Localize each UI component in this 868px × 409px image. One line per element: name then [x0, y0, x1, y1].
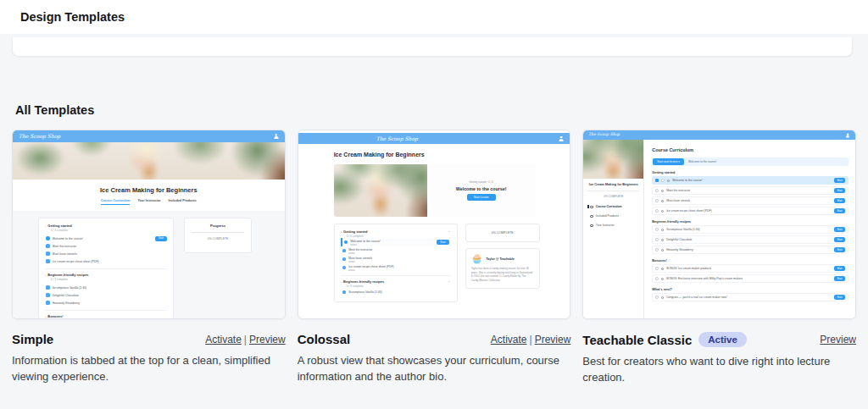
hero-cta-panel: Getting started • 1 / 4 Welcome to the c… [427, 164, 536, 217]
template-description: Information is tabbed at the top for a c… [12, 353, 286, 385]
start-button: Start [834, 208, 845, 213]
course-sidebar: Ice Cream Making for Beginners 0% COMPLE… [583, 140, 644, 318]
card-actions: Preview [820, 334, 856, 345]
section-header: Bonuses! 0 / 2 complete [45, 314, 167, 319]
mini-site-logo: The Scoop Shop [588, 133, 620, 137]
lesson-title: Scrumptious Vanilla (1:30) [666, 228, 700, 231]
checkbox-circle [655, 267, 659, 270]
lesson-duration [348, 252, 355, 254]
lesson-title: Must-have utensils [666, 199, 690, 202]
lock-icon [342, 266, 347, 270]
start-next-banner: Start next lecture ▾ Welcome to the cour… [652, 158, 849, 166]
checkbox-circle [655, 277, 659, 280]
mini-site-body: Ice Cream Making for Beginners 0% COMPLE… [583, 140, 855, 318]
lesson-row: Must-have utensils Start [652, 196, 849, 205]
lesson-row: Welcome to the course! Start [45, 235, 167, 242]
section-title: Getting started [45, 224, 167, 228]
lecture-type-icon [661, 268, 664, 270]
lesson-row: Scrumptious Vanilla (1:30) Start [652, 225, 849, 234]
checkbox-circle [655, 228, 659, 231]
author-header: 🧁 Taylor @ Teachable [471, 254, 534, 263]
user-icon [559, 136, 564, 141]
section-meta: 0 / 4 complete [51, 229, 167, 232]
preview-link[interactable]: Preview [249, 334, 286, 345]
lesson-row: Welcome to the course! Start [341, 238, 451, 246]
lock-icon [46, 293, 50, 297]
start-button: Start [834, 198, 845, 203]
lesson-row: Meet the instructor [45, 242, 167, 250]
curriculum-list: Getting started 0 / 4 complete ⌄ Welcome… [334, 224, 458, 302]
checkbox-circle [655, 189, 659, 192]
lesson-duration [350, 244, 357, 246]
mini-site-navbar: The Scoop Shop [583, 130, 855, 140]
template-name: Colossal [298, 332, 351, 346]
hero-photo-paint [13, 142, 285, 180]
course-thumb-image [583, 140, 643, 179]
start-button: Start [834, 266, 845, 271]
section-title: Getting started [341, 229, 368, 234]
lesson-title: Must-have utensils [348, 257, 372, 260]
page-header: Design Templates [0, 0, 868, 34]
section-meta: 0 / 3 complete [347, 285, 385, 288]
lecture-type-icon [661, 296, 664, 299]
divider [587, 191, 639, 191]
lesson-title: Delightful Chocolate [53, 294, 79, 297]
tab-your-instructor: Your Instructor [137, 199, 160, 205]
design-templates-page: Design Templates All Templates The Scoop… [0, 0, 868, 409]
lesson-title: Welcome to the course! [53, 237, 84, 240]
card-actions: Activate|Preview [205, 334, 286, 345]
mini-site-body: Ice Cream Making for Beginners Getting s… [298, 144, 570, 302]
preview-link[interactable]: Preview [820, 334, 856, 345]
lock-icon [46, 259, 50, 263]
lesson-title: Meet the instructor [348, 248, 372, 251]
course-title-band: Ice Cream Making for Beginners Course Cu… [13, 180, 285, 211]
progress-card: Progress 0% COMPLETE [184, 218, 252, 253]
activate-link[interactable]: Activate [491, 334, 527, 345]
play-icon [344, 240, 348, 245]
lesson-title: Scrumptious Vanilla (1:30) [348, 290, 382, 294]
template-thumbnail-simple: The Scoop Shop Ice Cream Making for Begi… [12, 130, 286, 319]
lesson-row: Delightful Chocolate Start [652, 235, 849, 244]
course-hero-image [334, 164, 427, 217]
lesson-title: Heavenly Strawberry [666, 248, 693, 251]
mini-site-logo: The Scoop Shop [19, 134, 60, 139]
lecture-type-icon [661, 239, 664, 241]
lesson-title: Welcome to the course! [672, 179, 703, 182]
start-button: Start [834, 227, 845, 232]
lesson-title: Delightful Chocolate [666, 238, 692, 241]
lesson-title: Ice cream recipe cheat sheet (PDF) [53, 260, 99, 263]
lesson-row: Meet the instructor Start [652, 186, 849, 195]
progress-value: 0% COMPLETE [192, 237, 244, 240]
course-title: Ice Cream Making for Beginners [587, 183, 639, 187]
lesson-row: Ice cream recipe cheat sheet (PDF) [341, 263, 451, 272]
lesson-row: BONUS: Ice cream maker products Start [652, 264, 849, 273]
scrolled-panel-remnant [12, 37, 853, 57]
lesson-row: Meet the instructor [341, 246, 451, 255]
template-card-colossal: The Scoop Shop Ice Cream Making for Begi… [298, 130, 571, 386]
lesson-row: Heavenly Strawberry [45, 299, 167, 307]
sidebar-nav: Course Curriculum Included Products Your… [587, 205, 639, 227]
start-button: Start [834, 247, 845, 252]
preview-link[interactable]: Preview [535, 334, 571, 345]
card-actions: Activate|Preview [491, 334, 571, 345]
section-title: Beginner-friendly recipes [341, 279, 385, 284]
lecture-type-icon [667, 180, 670, 182]
lesson-row: BONUS: Exclusive interview with Milky Po… [652, 274, 849, 283]
hero-photo-paint [334, 164, 427, 217]
start-button: Start [834, 276, 845, 281]
card-caption: Teachable Classic Active Preview [582, 332, 856, 347]
card-caption: Simple Activate|Preview [12, 332, 286, 346]
lesson-row: Welcome to the course! Start [652, 176, 849, 185]
welcome-title: Welcome to the course! [456, 186, 507, 191]
template-description: A robust view that showcases your curric… [298, 353, 571, 385]
tab-course-curriculum: Course Curriculum [101, 199, 130, 205]
checkbox-circle [655, 248, 659, 251]
activate-link[interactable]: Activate [205, 334, 242, 345]
lesson-title: BONUS: Ice cream maker products [666, 267, 711, 270]
sidebar-content: Ice Cream Making for Beginners 0% COMPLE… [583, 179, 643, 227]
course-hero-image [13, 142, 285, 180]
start-next-lecture-button: Start next lecture ▾ [653, 158, 684, 165]
curriculum-heading: Course Curriculum [652, 147, 849, 152]
template-thumbnail-colossal: The Scoop Shop Ice Cream Making for Begi… [298, 130, 571, 319]
lock-icon [46, 251, 50, 256]
